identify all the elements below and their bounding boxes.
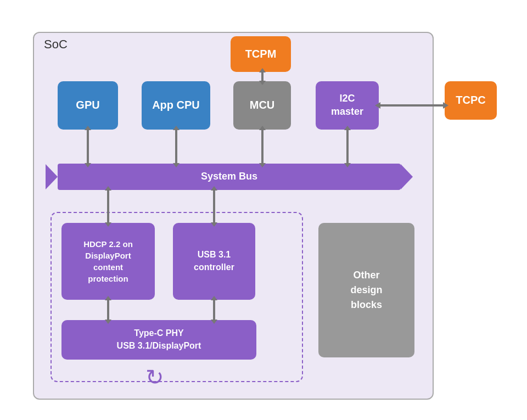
- arrow-usb-phy: [213, 300, 215, 320]
- arrow-appcpu-bus: [175, 130, 177, 164]
- arrow-bus-hdcp: [107, 190, 109, 223]
- block-tcpm: TCPM: [231, 36, 291, 72]
- arrow-bus-usb: [213, 190, 215, 223]
- block-usb: USB 3.1 controller: [173, 223, 255, 300]
- refresh-icon: ↻: [145, 365, 164, 390]
- diagram-wrapper: SoC TCPM TCPC GPU App CPU MCU I2C master…: [27, 15, 500, 405]
- block-other-design: Other design blocks: [318, 223, 414, 357]
- arrow-gpu-bus: [87, 130, 89, 164]
- arrow-tcpm-mcu: [261, 72, 264, 81]
- arrow-mcu-bus: [261, 130, 264, 164]
- arrow-hdcp-phy: [107, 300, 109, 320]
- block-appcpu: App CPU: [142, 81, 210, 130]
- block-tcpc: TCPC: [445, 81, 497, 120]
- arrow-i2c-bus: [346, 130, 349, 164]
- block-mcu: MCU: [233, 81, 291, 130]
- soc-label: SoC: [44, 37, 68, 52]
- block-i2c: I2C master: [316, 81, 379, 130]
- block-hdcp: HDCP 2.2 on DisplayPort content protecti…: [61, 223, 155, 300]
- arrow-i2c-tcpc: [379, 104, 444, 107]
- block-gpu: GPU: [58, 81, 118, 130]
- block-typephy: Type-C PHY USB 3.1/DisplayPort: [61, 320, 256, 360]
